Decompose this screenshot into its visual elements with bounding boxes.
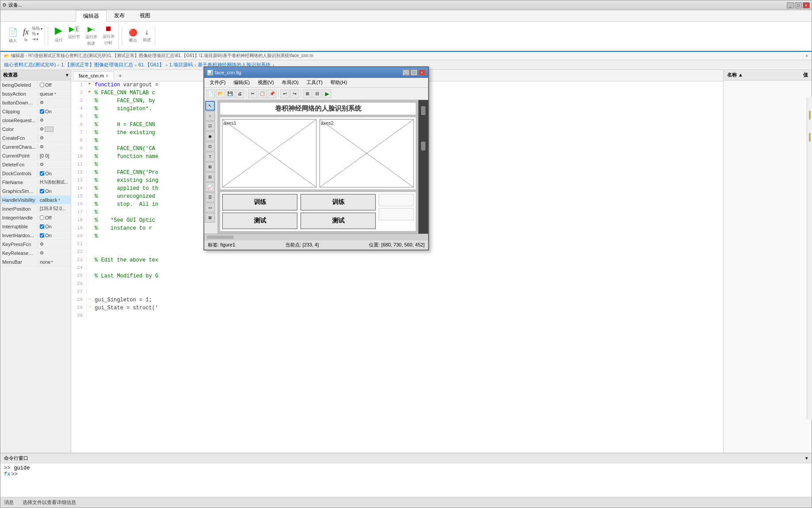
breadcrumb-item-3[interactable]: 1.项目源码 <box>169 62 193 68</box>
breadcrumb-item-0[interactable]: 核心资料汇总(测试完毕) <box>4 62 56 68</box>
prop-checkbox-GraphicsSmoo[interactable] <box>40 189 44 193</box>
close-button[interactable]: × <box>803 2 810 8</box>
insert-button[interactable]: 📄 插入 <box>6 26 20 45</box>
fig-run-btn[interactable]: ▶ <box>322 89 331 98</box>
expand-arrow-1[interactable]: ▶ <box>89 81 91 85</box>
maximize-button[interactable]: □ <box>795 2 802 8</box>
prop-checkbox-beingDeleted[interactable] <box>40 83 44 87</box>
fig-redo-btn[interactable]: ↪ <box>290 89 299 98</box>
step-button[interactable]: ↓ 前进 <box>141 27 153 44</box>
fig-new-btn[interactable]: 📄 <box>206 89 215 98</box>
fig-tool-chart[interactable]: 📈 <box>205 182 215 192</box>
fig-input-1[interactable] <box>379 194 414 206</box>
close-tab-icon[interactable]: × <box>106 73 108 78</box>
breadcrumb-item-1[interactable]: 1.【测试正常】图像处理项目汇总 <box>61 62 133 68</box>
fx-button[interactable]: fx fx <box>21 26 31 43</box>
fig-menu-edit[interactable]: 编辑(E) <box>230 78 253 87</box>
fig-minimize-btn[interactable]: _ <box>402 69 410 76</box>
prop-val-MenuBar[interactable]: none ▾ <box>38 259 71 265</box>
color-icon[interactable]: ⚙ <box>40 127 44 131</box>
fig-tool-table[interactable]: ⊟ <box>205 172 215 182</box>
fig-tool-select[interactable]: ↖ <box>205 101 215 111</box>
expand-arrow-29[interactable]: — <box>89 304 91 308</box>
fig-menu-help[interactable]: 帮助(H) <box>327 78 350 87</box>
prop-checkbox-InvertHardco[interactable] <box>40 233 44 238</box>
breakpoint-button[interactable]: 🔴 断点 <box>126 27 140 45</box>
properties-collapse-icon[interactable]: ▾ <box>66 73 68 77</box>
fig-close-btn[interactable]: × <box>418 69 425 76</box>
breadcrumb-item-2[interactable]: 61.【G61】 <box>138 62 164 68</box>
fig-tool-circle[interactable]: ○ <box>205 111 215 121</box>
fig-maximize-btn[interactable]: □ <box>410 69 417 76</box>
fig-open-btn[interactable]: 📂 <box>216 89 225 98</box>
fig-tool-list[interactable]: ☰ <box>205 192 215 202</box>
stop-button[interactable]: ⏹ 运行并 计时 <box>100 23 117 47</box>
percent-btn[interactable]: %% ▾ <box>32 26 43 31</box>
prop-icon-buttonDownFcn[interactable]: ⚙ <box>40 100 44 105</box>
comment-btn[interactable]: % ▾ <box>32 31 43 36</box>
prop-icon-KeyReleaseFcn[interactable]: ⚙ <box>40 250 44 255</box>
tab-publish[interactable]: 发布 <box>107 10 132 21</box>
prop-checkbox-Interruptible[interactable] <box>40 224 44 229</box>
fig-tool-radio[interactable]: ◉ <box>205 131 215 141</box>
fig-paste-btn[interactable]: 📌 <box>268 89 276 98</box>
prop-icon-DeleteFcn[interactable]: ⚙ <box>40 162 44 167</box>
prop-checkbox-Clipping[interactable] <box>40 109 44 114</box>
prop-icon-CurrentChara[interactable]: ⚙ <box>40 144 44 149</box>
fig-tool-text-widget[interactable]: T <box>205 152 215 162</box>
color-swatch[interactable] <box>45 127 54 132</box>
run-advance-button[interactable]: ▶ ↓ 运行并 前进 <box>83 23 100 48</box>
command-expand-icon[interactable]: ▾ <box>805 455 808 461</box>
dropdown-arrow-HandleVisibility[interactable]: ▾ <box>58 198 60 202</box>
expand-arrow-2[interactable]: ▶ <box>89 89 91 93</box>
fig-test-btn-2[interactable]: 测试 <box>300 212 376 229</box>
fig-train-btn-1[interactable]: 训练 <box>222 194 298 211</box>
fig-tool-btn-widget[interactable]: ⊡ <box>205 142 215 151</box>
fig-copy-btn[interactable]: 📋 <box>258 89 267 98</box>
editor-tab-face-cnn[interactable]: face_cnn.m × <box>73 71 114 80</box>
fig-menu-view[interactable]: 视图(V) <box>254 78 278 87</box>
fig-scroll-thumb-1[interactable] <box>421 106 425 115</box>
expand-arrow-28[interactable]: — <box>89 296 91 300</box>
command-input[interactable] <box>21 471 808 477</box>
fig-print-btn[interactable]: 🖨 <box>235 89 244 98</box>
tab-view[interactable]: 视图 <box>132 10 158 21</box>
fig-tool-checkbox[interactable]: ☑ <box>205 121 215 131</box>
prop-checkbox-DockControls[interactable] <box>40 171 44 176</box>
fig-save-btn[interactable]: 💾 <box>226 89 234 98</box>
fig-menu-file[interactable]: 文件(F) <box>206 78 229 87</box>
prop-icon-KeyPressFcn[interactable]: ⚙ <box>40 242 44 246</box>
fig-align-btn[interactable]: ⊞ <box>303 89 312 98</box>
prop-val-busyAction[interactable]: queue ▾ <box>38 91 71 96</box>
dropdown-arrow-MenuBar[interactable]: ▾ <box>51 260 53 264</box>
right-scrollbar[interactable] <box>807 97 812 419</box>
fig-train-btn-2[interactable]: 训练 <box>300 194 376 211</box>
prop-checkbox-IntegerHandle[interactable] <box>40 216 44 220</box>
fig-axes1[interactable]: axes1 <box>222 119 317 188</box>
indent-btn[interactable]: ⇥ ▾ <box>32 37 43 42</box>
fig-cut-btn[interactable]: ✂ <box>248 89 257 98</box>
fig-tool-group[interactable]: ⊠ <box>205 213 215 223</box>
prop-val-HandleVisibility[interactable]: callback ▾ <box>38 197 71 203</box>
run-button[interactable]: ▶ 运行 <box>53 23 65 44</box>
fig-undo-btn[interactable]: ↩ <box>280 89 289 98</box>
fig-axes2[interactable]: axes2 <box>319 119 414 188</box>
fig-tool-panel[interactable]: ▭ <box>205 203 215 212</box>
add-tab-button[interactable]: + <box>115 71 126 80</box>
tab-editor[interactable]: 编辑器 <box>76 10 107 22</box>
fig-icon: 📊 <box>207 70 213 76</box>
fig-tab-btn[interactable]: ⊟ <box>313 89 322 98</box>
fig-tool-axes[interactable]: ⊞ <box>205 162 215 172</box>
run-section-button[interactable]: ▶ | 运行节 <box>66 23 82 41</box>
close-editor-icon[interactable]: × <box>805 54 808 58</box>
fig-test-btn-1[interactable]: 测试 <box>222 212 298 229</box>
fig-input-2[interactable] <box>379 208 414 220</box>
dropdown-arrow-busyAction[interactable]: ▾ <box>54 92 56 96</box>
fig-h-scroll[interactable] <box>204 234 428 240</box>
minimize-button[interactable]: _ <box>787 2 794 8</box>
prop-icon-CreateFcn[interactable]: ⚙ <box>40 135 44 140</box>
fig-menu-layout[interactable]: 布局(O) <box>278 78 302 87</box>
prop-icon-closeRequestFcn[interactable]: ⚙ <box>40 118 44 123</box>
fig-scroll-thumb-2[interactable] <box>421 142 425 150</box>
fig-menu-tools[interactable]: 工具(T) <box>303 78 326 87</box>
